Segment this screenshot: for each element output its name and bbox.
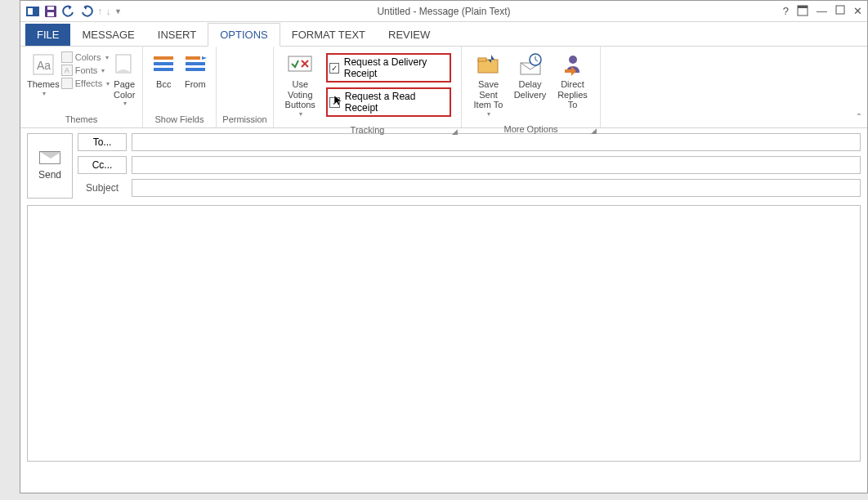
tab-format-text[interactable]: FORMAT TEXT <box>280 24 377 46</box>
compose-area: Send To... Cc... Subject <box>20 128 867 467</box>
group-label-tracking: Tracking ◢ <box>274 123 461 138</box>
bcc-icon <box>150 51 177 78</box>
chevron-down-icon: ▾ <box>43 90 46 97</box>
from-label: From <box>185 79 206 90</box>
page-color-label: Page Color <box>114 79 135 100</box>
subject-label: Subject <box>78 182 127 194</box>
themes-button: Aa Themes ▾ <box>25 50 61 99</box>
bcc-button[interactable]: Bcc <box>148 50 180 92</box>
effects-icon <box>61 78 73 89</box>
tab-message[interactable]: MESSAGE <box>70 24 145 46</box>
read-receipt-checkbox[interactable]: ✓ Request a Read Receipt <box>326 87 451 117</box>
dialog-launcher-icon[interactable]: ◢ <box>591 127 597 135</box>
fonts-label: Fonts <box>75 65 98 75</box>
save-sent-icon <box>475 51 501 78</box>
quick-access-toolbar: ↑ ↓ ▼ <box>20 4 122 19</box>
group-more-options: Save Sent Item To ▾ Delay Delivery Direc… <box>462 47 601 127</box>
chevron-down-icon: ▾ <box>487 110 490 118</box>
subject-input[interactable] <box>132 179 861 197</box>
ribbon-tabs: FILE MESSAGE INSERT OPTIONS FORMAT TEXT … <box>20 22 867 47</box>
delay-delivery-icon <box>517 51 544 78</box>
svg-rect-4 <box>47 12 54 16</box>
help-icon[interactable]: ? <box>783 5 789 17</box>
fonts-button: AFonts▾ <box>61 65 110 76</box>
direct-replies-icon <box>560 51 586 78</box>
chevron-down-icon: ▾ <box>101 67 105 74</box>
message-window: ↑ ↓ ▼ Untitled - Message (Plain Text) ? … <box>20 0 868 493</box>
checkbox-icon: ✓ <box>329 63 338 74</box>
send-button[interactable]: Send <box>27 133 73 199</box>
svg-rect-16 <box>186 68 205 71</box>
group-label-more-options: More Options ◢ <box>462 123 600 137</box>
dialog-launcher-icon[interactable]: ◢ <box>452 127 458 136</box>
group-themes: Aa Themes ▾ Colors▾ AFonts▾ Effects▾ Pag… <box>20 47 143 127</box>
send-label: Send <box>38 169 61 181</box>
svg-point-22 <box>569 56 577 64</box>
chevron-down-icon: ▾ <box>123 100 127 107</box>
tab-file[interactable]: FILE <box>25 24 70 46</box>
svg-rect-12 <box>154 62 173 65</box>
read-receipt-label: Request a Read Receipt <box>345 91 445 114</box>
message-body[interactable] <box>27 205 861 462</box>
more-options-label-text: More Options <box>503 124 557 134</box>
envelope-icon <box>39 151 60 164</box>
tab-review[interactable]: REVIEW <box>377 24 441 46</box>
ribbon-display-icon[interactable] <box>797 5 808 17</box>
page-color-icon <box>111 51 137 78</box>
save-icon[interactable] <box>43 4 58 19</box>
up-arrow-icon: ↑ <box>97 5 103 17</box>
page-color-button: Page Color ▾ <box>110 50 139 109</box>
svg-rect-13 <box>154 68 173 71</box>
redo-icon[interactable] <box>79 4 94 19</box>
window-title: Untitled - Message (Plain Text) <box>377 6 510 17</box>
svg-rect-14 <box>186 56 200 60</box>
cc-input[interactable] <box>132 156 861 174</box>
use-voting-buttons[interactable]: Use Voting Buttons ▾ <box>279 50 321 119</box>
save-sent-label: Save Sent Item To <box>468 79 508 110</box>
from-icon <box>182 51 208 78</box>
tab-options[interactable]: OPTIONS <box>208 23 280 47</box>
delivery-receipt-checkbox[interactable]: ✓ Request a Delivery Receipt <box>326 53 451 83</box>
colors-label: Colors <box>75 52 101 62</box>
direct-replies-button[interactable]: Direct Replies To <box>550 50 595 112</box>
group-label-permission: Permission <box>217 113 273 127</box>
titlebar: ↑ ↓ ▼ Untitled - Message (Plain Text) ? … <box>20 1 867 22</box>
effects-label: Effects <box>75 78 102 88</box>
cc-button[interactable]: Cc... <box>78 156 127 174</box>
ribbon: Aa Themes ▾ Colors▾ AFonts▾ Effects▾ Pag… <box>20 47 867 128</box>
group-show-fields: Bcc From Show Fields <box>143 47 217 127</box>
delay-delivery-button[interactable]: Delay Delivery <box>510 50 550 101</box>
group-tracking: Use Voting Buttons ▾ ✓ Request a Deliver… <box>274 47 462 127</box>
minimize-icon[interactable]: — <box>817 5 827 17</box>
svg-text:Aa: Aa <box>37 59 51 72</box>
voting-icon <box>287 51 313 78</box>
colors-icon <box>61 51 73 63</box>
bcc-label: Bcc <box>156 79 171 90</box>
svg-rect-1 <box>28 8 33 15</box>
svg-rect-15 <box>186 62 205 65</box>
qat-dropdown-icon[interactable]: ▼ <box>114 7 122 16</box>
tab-insert[interactable]: INSERT <box>146 24 208 46</box>
to-button[interactable]: To... <box>78 133 127 151</box>
save-sent-item-button[interactable]: Save Sent Item To ▾ <box>467 50 510 119</box>
chevron-down-icon: ▾ <box>299 110 302 118</box>
cursor-icon <box>333 94 346 107</box>
maximize-icon[interactable] <box>835 5 845 17</box>
svg-rect-7 <box>836 6 844 14</box>
colors-button: Colors▾ <box>61 51 110 63</box>
delivery-receipt-label: Request a Delivery Receipt <box>344 56 445 79</box>
collapse-ribbon-icon[interactable]: ˆ <box>857 113 861 124</box>
fonts-icon: A <box>61 65 73 76</box>
group-label-show-fields: Show Fields <box>143 113 216 127</box>
chevron-down-icon: ▾ <box>105 54 109 61</box>
svg-rect-19 <box>478 58 486 61</box>
group-label-themes: Themes <box>20 113 142 127</box>
svg-rect-3 <box>47 7 54 10</box>
effects-button: Effects▾ <box>61 78 110 89</box>
voting-label: Use Voting Buttons <box>280 79 320 110</box>
themes-label: Themes <box>27 79 60 90</box>
undo-icon[interactable] <box>61 4 76 19</box>
close-icon[interactable]: ✕ <box>853 5 862 17</box>
from-button[interactable]: From <box>180 50 212 92</box>
down-arrow-icon: ↓ <box>106 5 112 17</box>
